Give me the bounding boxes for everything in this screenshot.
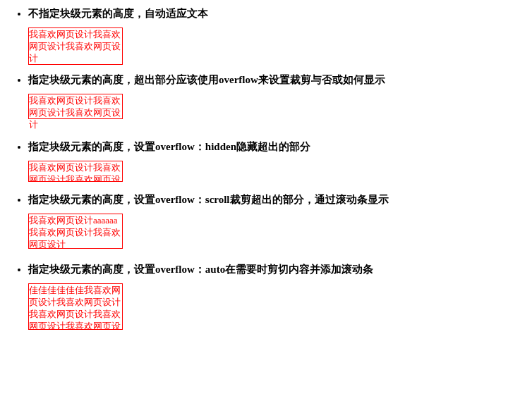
item-title: 指定块级元素的高度，设置overflow：auto在需要时剪切内容并添加滚动条: [28, 263, 518, 276]
list-item: 指定块级元素的高度，超出部分应该使用overflow来设置裁剪与否或如何显示 我…: [28, 73, 518, 119]
demo-box-overflow-hidden: 我喜欢网页设计我喜欢网页设计我喜欢网页设计: [28, 161, 123, 182]
example-list: 不指定块级元素的高度，自动适应文本 我喜欢网页设计我喜欢网页设计我喜欢网页设计 …: [0, 7, 518, 330]
list-item: 指定块级元素的高度，设置overflow：auto在需要时剪切内容并添加滚动条 …: [28, 263, 518, 330]
demo-box-overflow-scroll[interactable]: 我喜欢网页设计aaaaaa我喜欢网页设计我喜欢网页设计: [28, 214, 123, 249]
item-title: 不指定块级元素的高度，自动适应文本: [28, 7, 518, 20]
list-item: 指定块级元素的高度，设置overflow：hidden隐藏超出的部分 我喜欢网页…: [28, 140, 518, 182]
demo-box-overflow-visible: 我喜欢网页设计我喜欢网页设计我喜欢网页设计: [28, 94, 123, 119]
demo-box-auto-height: 我喜欢网页设计我喜欢网页设计我喜欢网页设计: [28, 27, 123, 65]
item-title: 指定块级元素的高度，设置overflow：hidden隐藏超出的部分: [28, 140, 518, 154]
list-item: 指定块级元素的高度，设置overflow：scroll裁剪超出的部分，通过滚动条…: [28, 193, 518, 249]
demo-box-overflow-auto[interactable]: 佳佳佳佳佳佳我喜欢网页设计我喜欢网页设计我喜欢网页设计我喜欢网页设计我喜欢网页设…: [28, 283, 123, 330]
list-item: 不指定块级元素的高度，自动适应文本 我喜欢网页设计我喜欢网页设计我喜欢网页设计: [28, 7, 518, 65]
item-title: 指定块级元素的高度，设置overflow：scroll裁剪超出的部分，通过滚动条…: [28, 193, 518, 207]
item-title: 指定块级元素的高度，超出部分应该使用overflow来设置裁剪与否或如何显示: [28, 73, 518, 87]
